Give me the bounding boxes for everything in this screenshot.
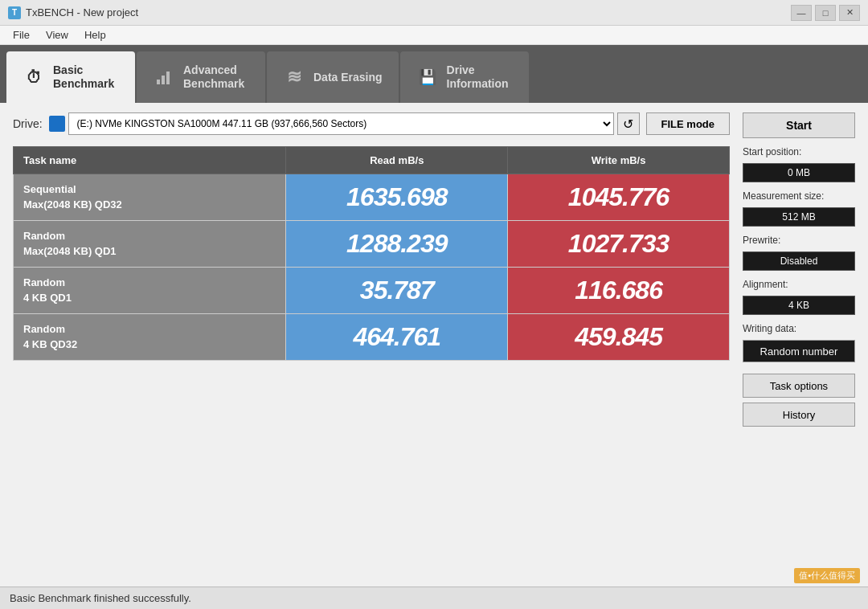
- menu-help[interactable]: Help: [76, 27, 114, 43]
- write-value: 1045.776: [508, 174, 729, 220]
- col-read: Read mB/s: [286, 147, 508, 174]
- write-value-cell: 1045.776: [508, 174, 730, 221]
- benchmark-table: Task name Read mB/s Write mB/s Sequentia…: [13, 146, 730, 361]
- drive-row: Drive: (E:) NVMe KINGSTON SA1000M 447.11…: [13, 112, 730, 135]
- alignment-value: 4 KB: [743, 296, 855, 315]
- write-value-cell: 459.845: [508, 314, 730, 361]
- maximize-button[interactable]: □: [815, 5, 836, 21]
- tab-basic-benchmark-label: BasicBenchmark: [53, 63, 114, 91]
- write-value: 116.686: [508, 268, 729, 313]
- svg-rect-0: [157, 80, 160, 84]
- menu-view[interactable]: View: [38, 27, 76, 43]
- write-value: 459.845: [508, 314, 729, 360]
- tab-basic-benchmark[interactable]: ⏱ BasicBenchmark: [6, 51, 135, 103]
- menu-bar: File View Help: [0, 26, 868, 45]
- read-value-cell: 1288.239: [286, 221, 508, 268]
- status-message: Basic Benchmark finished successfully.: [10, 592, 191, 604]
- title-bar: T TxBENCH - New project — □ ✕: [0, 0, 868, 26]
- measurement-size-value: 512 MB: [743, 207, 855, 227]
- tab-drive-information[interactable]: 💾 DriveInformation: [400, 51, 529, 103]
- tab-data-erasing[interactable]: ≋ Data Erasing: [267, 51, 399, 103]
- left-panel: Drive: (E:) NVMe KINGSTON SA1000M 447.11…: [13, 112, 730, 427]
- data-erasing-icon: ≋: [283, 66, 305, 88]
- read-value: 464.761: [286, 314, 507, 360]
- advanced-benchmark-icon: [153, 66, 175, 88]
- read-value: 1635.698: [286, 174, 507, 220]
- table-row: SequentialMax(2048 KB) QD32 1635.698 104…: [14, 174, 730, 221]
- main-content: Drive: (E:) NVMe KINGSTON SA1000M 447.11…: [0, 103, 868, 459]
- col-write: Write mB/s: [508, 147, 730, 174]
- read-value-cell: 464.761: [286, 314, 508, 361]
- task-name-cell: RandomMax(2048 KB) QD1: [14, 221, 286, 268]
- measurement-size-label: Measurement size:: [743, 190, 855, 202]
- table-row: RandomMax(2048 KB) QD1 1288.239 1027.733: [14, 221, 730, 268]
- read-value: 35.787: [286, 268, 507, 313]
- task-name-cell: Random4 KB QD1: [14, 268, 286, 314]
- drive-type-icon: [49, 116, 65, 132]
- writing-data-button[interactable]: Random number: [743, 340, 855, 362]
- menu-file[interactable]: File: [5, 27, 38, 43]
- table-row: Random4 KB QD32 464.761 459.845: [14, 314, 730, 361]
- watermark: 值•什么值得买: [794, 568, 860, 583]
- write-value: 1027.733: [508, 221, 729, 267]
- start-button[interactable]: Start: [743, 112, 855, 138]
- close-button[interactable]: ✕: [839, 5, 860, 21]
- read-value: 1288.239: [286, 221, 507, 267]
- task-name-cell: Random4 KB QD32: [14, 314, 286, 361]
- writing-data-label: Writing data:: [743, 323, 855, 334]
- history-button[interactable]: History: [743, 403, 855, 427]
- tab-advanced-benchmark[interactable]: AdvancedBenchmark: [137, 51, 265, 103]
- read-value-cell: 1635.698: [286, 174, 508, 221]
- tab-advanced-benchmark-label: AdvancedBenchmark: [183, 63, 244, 91]
- minimize-button[interactable]: —: [791, 5, 812, 21]
- drive-label: Drive:: [13, 117, 43, 130]
- drive-information-icon: 💾: [416, 66, 439, 88]
- window-controls: — □ ✕: [791, 5, 860, 21]
- drive-refresh-button[interactable]: ↺: [617, 112, 640, 135]
- table-row: Random4 KB QD1 35.787 116.686: [14, 268, 730, 314]
- prewrite-value: Disabled: [743, 251, 855, 271]
- right-panel: Start Start position: 0 MB Measurement s…: [743, 112, 855, 427]
- status-bar: Basic Benchmark finished successfully.: [0, 587, 868, 609]
- start-position-label: Start position:: [743, 146, 855, 157]
- basic-benchmark-icon: ⏱: [23, 66, 45, 88]
- tab-drive-information-label: DriveInformation: [447, 63, 509, 91]
- svg-rect-1: [162, 76, 165, 84]
- file-mode-button[interactable]: FILE mode: [646, 112, 730, 135]
- window-title: TxBENCH - New project: [26, 6, 138, 18]
- app-icon: T: [8, 6, 21, 19]
- task-name-cell: SequentialMax(2048 KB) QD32: [14, 174, 286, 221]
- alignment-label: Alignment:: [743, 279, 855, 290]
- start-position-value: 0 MB: [743, 163, 855, 182]
- tab-data-erasing-label: Data Erasing: [313, 71, 383, 84]
- tab-bar: ⏱ BasicBenchmark AdvancedBenchmark ≋ Dat…: [0, 45, 868, 103]
- task-options-button[interactable]: Task options: [743, 374, 855, 398]
- col-task-name: Task name: [14, 147, 286, 174]
- drive-select[interactable]: (E:) NVMe KINGSTON SA1000M 447.11 GB (93…: [68, 112, 614, 135]
- svg-rect-2: [166, 72, 170, 84]
- write-value-cell: 116.686: [508, 268, 730, 314]
- prewrite-label: Prewrite:: [743, 235, 855, 246]
- write-value-cell: 1027.733: [508, 221, 730, 268]
- read-value-cell: 35.787: [286, 268, 508, 314]
